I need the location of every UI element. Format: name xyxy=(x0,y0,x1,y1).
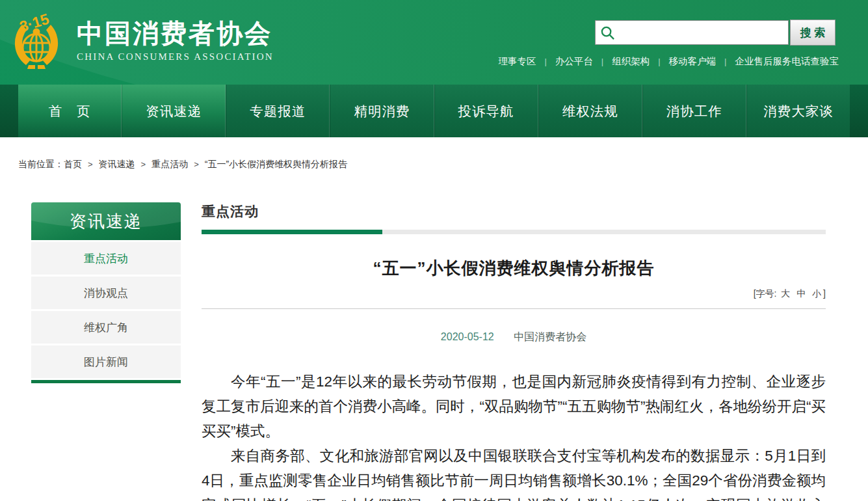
breadcrumb-separator: > xyxy=(88,159,93,169)
link-member-zone[interactable]: 理事专区 xyxy=(498,56,536,66)
article-body: 今年“五一”是12年以来的最长劳动节假期，也是国内新冠肺炎疫情得到有力控制、企业… xyxy=(202,370,826,501)
site-title-en: CHINA CONSUMERS ASSOCIATION xyxy=(77,51,274,62)
main-content: 重点活动 “五一”小长假消费维权舆情分析报告 [字号: 大 中 小] 2020-… xyxy=(202,202,826,501)
article-title: “五一”小长假消费维权舆情分析报告 xyxy=(202,257,826,280)
link-separator: | xyxy=(724,57,726,66)
link-org-structure[interactable]: 组织架构 xyxy=(612,56,650,66)
article-paragraph: 来自商务部、文化和旅游部官网以及中国银联联合支付宝等机构发布的数据显示：5月1日… xyxy=(202,444,826,501)
font-size-control: [字号: 大 中 小] xyxy=(202,288,826,300)
sidebar-footer-bar xyxy=(31,380,181,383)
emblem-315-text: 3·15 xyxy=(18,10,51,35)
site-header: 3·15 中国消费者协会 CHINA CONSUMERS ASSOCIATION… xyxy=(0,0,868,85)
sidebar: 资讯速递 重点活动 消协观点 维权广角 图片新闻 xyxy=(31,202,181,383)
link-separator: | xyxy=(601,57,603,66)
nav-tab-special-report[interactable]: 专题报道 xyxy=(226,85,330,137)
content-layout: 资讯速递 重点活动 消协观点 维权广角 图片新闻 重点活动 “五一”小长假消费维… xyxy=(0,202,868,501)
breadcrumb-news-express[interactable]: 资讯速递 xyxy=(99,159,135,169)
section-title: 重点活动 xyxy=(202,202,826,221)
underline-gray-segment xyxy=(382,230,826,234)
font-size-large-button[interactable]: 大 xyxy=(781,288,790,299)
site-title-cn: 中国消费者协会 xyxy=(77,19,274,47)
sidebar-item-rights-wide-angle[interactable]: 维权广角 xyxy=(31,311,181,344)
title-divider xyxy=(202,308,826,309)
nav-tab-home[interactable]: 首 页 xyxy=(18,85,122,137)
article-date: 2020-05-12 xyxy=(441,331,494,342)
breadcrumb-label: 当前位置： xyxy=(18,159,64,169)
font-size-medium-button[interactable]: 中 xyxy=(796,288,806,299)
article-paragraph: 今年“五一”是12年以来的最长劳动节假期，也是国内新冠肺炎疫情得到有力控制、企业… xyxy=(202,370,826,444)
breadcrumb-home[interactable]: 首页 xyxy=(64,159,82,169)
article-meta: 2020-05-12 中国消费者协会 xyxy=(202,331,826,344)
sidebar-item-key-activities[interactable]: 重点活动 xyxy=(31,242,181,275)
nav-tab-smart-consumption[interactable]: 精明消费 xyxy=(330,85,434,137)
header-quick-links: 理事专区|办公平台|组织架构|移动客户端|企业售后服务电话查验宝 xyxy=(498,55,839,68)
nav-tab-complaint-guide[interactable]: 投诉导航 xyxy=(434,85,538,137)
sidebar-title: 资讯速递 xyxy=(31,202,181,240)
article-source: 中国消费者协会 xyxy=(514,331,586,342)
sidebar-item-cca-views[interactable]: 消协观点 xyxy=(31,277,181,309)
sidebar-title-text: 资讯速递 xyxy=(70,210,142,233)
link-separator: | xyxy=(658,57,660,66)
sidebar-item-photo-news[interactable]: 图片新闻 xyxy=(31,345,181,378)
search-area: 搜 索 xyxy=(595,20,835,46)
search-box xyxy=(595,20,789,45)
breadcrumb-separator: > xyxy=(141,159,146,169)
nav-tab-news-express[interactable]: 资讯速递 xyxy=(122,85,226,137)
breadcrumb: 当前位置：首页>资讯速递>重点活动>“五一”小长假消费维权舆情分析报告 xyxy=(18,159,868,170)
nav-tab-rights-laws[interactable]: 维权法规 xyxy=(538,85,642,137)
link-aftersale-phone-check[interactable]: 企业售后服务电话查验宝 xyxy=(735,56,839,66)
link-mobile-client[interactable]: 移动客户端 xyxy=(669,56,717,66)
site-logo[interactable]: 3·15 中国消费者协会 CHINA CONSUMERS ASSOCIATION xyxy=(9,10,274,70)
search-icon xyxy=(600,25,615,40)
search-button[interactable]: 搜 索 xyxy=(790,20,835,46)
main-nav: 首 页 资讯速递 专题报道 精明消费 投诉导航 维权法规 消协工作 消费大家谈 xyxy=(0,85,868,137)
section-underline xyxy=(202,230,826,234)
font-size-prefix: [字号: xyxy=(754,288,777,299)
breadcrumb-separator: > xyxy=(194,159,199,169)
link-separator: | xyxy=(544,57,546,66)
logo-text: 中国消费者协会 CHINA CONSUMERS ASSOCIATION xyxy=(77,19,274,62)
font-size-small-button[interactable]: 小 xyxy=(812,288,821,299)
cca-315-emblem-icon: 3·15 xyxy=(9,10,64,70)
underline-green-segment xyxy=(202,230,382,234)
nav-tab-consumer-talk[interactable]: 消费大家谈 xyxy=(746,85,850,137)
font-size-suffix: ] xyxy=(823,288,826,299)
nav-tab-cca-work[interactable]: 消协工作 xyxy=(642,85,746,137)
link-office-platform[interactable]: 办公平台 xyxy=(555,56,593,66)
breadcrumb-current-page: “五一”小长假消费维权舆情分析报告 xyxy=(205,159,347,169)
breadcrumb-key-activities[interactable]: 重点活动 xyxy=(151,159,188,169)
search-input[interactable] xyxy=(619,21,785,44)
